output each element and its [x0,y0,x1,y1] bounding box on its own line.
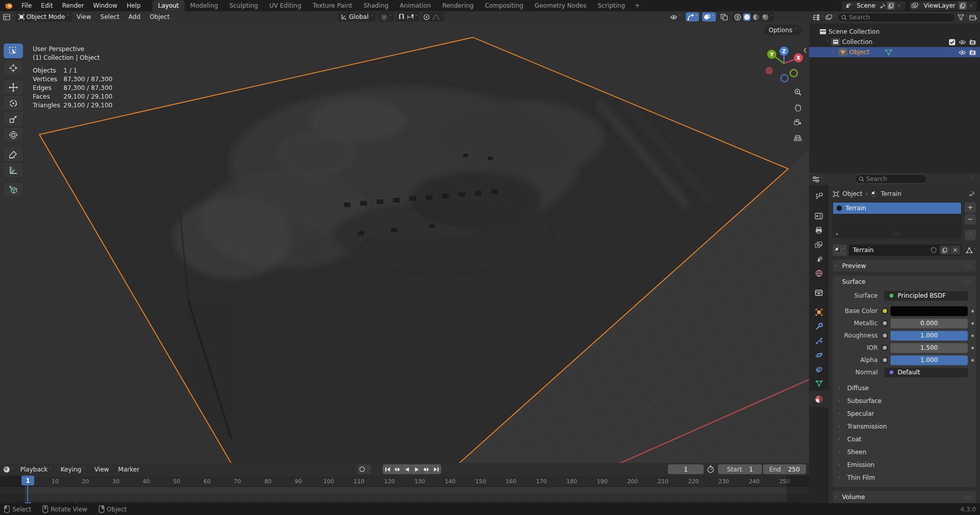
shading-rendered-button[interactable] [761,13,769,21]
tab-world[interactable] [809,266,829,280]
move-tool[interactable] [3,79,24,95]
subsection-header[interactable]: ˇ Subsurface [833,394,976,407]
annotate-tool[interactable] [3,146,24,162]
outliner-row-collection[interactable]: ˇ Collection [809,37,980,47]
zoom-button[interactable] [792,86,804,98]
properties-options-dropdown[interactable]: ˇ [972,177,977,182]
select-box-tool[interactable] [3,43,24,59]
new-viewlayer-button[interactable] [959,2,967,10]
topbar-menu-item[interactable]: Edit [36,0,57,11]
snap-target-dropdown[interactable]: ˇ [407,14,418,20]
delete-scene-button[interactable]: × [895,2,903,10]
tab-material[interactable] [809,391,829,407]
snap-toggle[interactable] [398,14,405,20]
outliner-editor-type-button[interactable]: ˇ [811,14,823,20]
subsection-header[interactable]: ˇ Sheen [833,445,976,458]
workspace-tab[interactable]: Animation [394,0,437,11]
topbar-menu-item[interactable]: Render [57,0,89,11]
shading-wireframe-button[interactable] [734,13,742,21]
workspace-tab[interactable]: Geometry Nodes [529,0,592,11]
options-dropdown[interactable]: Options ˇ [764,25,802,35]
breadcrumb-object[interactable]: Object [842,190,862,197]
copy-datablock-icon[interactable] [940,245,950,255]
slot-expand-icon[interactable]: ▸ [836,231,839,236]
disable-render-camera-icon[interactable] [969,50,976,55]
material-slot-row[interactable]: Terrain [833,203,961,214]
transform-orientation-dropdown[interactable]: Global ˇ [338,12,376,21]
visibility-dropdown[interactable]: ˇ [668,12,683,21]
frame-start-field[interactable]: Start1 [718,464,762,474]
outliner-search-input[interactable] [849,14,905,21]
outliner-search[interactable] [838,13,955,22]
mode-selector[interactable]: Object Mode ˇ [16,12,72,21]
jump-to-start-button[interactable] [383,464,393,474]
unlink-x-icon[interactable]: × [950,245,961,255]
delete-viewlayer-button[interactable]: × [967,2,975,10]
properties-search-input[interactable] [866,175,916,183]
rotate-tool[interactable] [3,95,24,111]
material-slot-list[interactable]: Terrain ▸ :::: [833,202,962,238]
toggle-perspective-button[interactable] [792,132,804,144]
remove-slot-button[interactable]: − [965,214,976,225]
hide-eye-icon[interactable] [959,50,966,55]
shading-dropdown[interactable]: ˇ [771,15,773,20]
current-frame-field[interactable]: 1 [668,464,704,474]
hide-eye-icon[interactable] [959,39,966,45]
new-collection-button[interactable] [969,14,978,21]
chevron-down-icon[interactable]: ˇ [367,467,369,472]
timeline-editor-type-button[interactable]: ˇ [0,466,16,473]
tab-particles[interactable] [809,333,829,348]
tab-physics[interactable] [809,348,829,362]
shading-material-button[interactable] [752,13,760,21]
decorator-dot[interactable] [971,334,974,337]
proportional-edit-toggle[interactable] [423,14,430,20]
tab-render[interactable] [809,209,829,223]
surface-panel-header[interactable]: ˇ Surface :::: [833,276,976,287]
scene-name[interactable]: Scene [857,2,876,9]
workspace-tab[interactable]: Layout [153,0,185,11]
outliner-row-object[interactable]: ˇ Object [809,47,980,57]
fake-user-shield-icon[interactable] [929,245,939,255]
navigation-gizmo[interactable]: Z Y X [765,45,806,86]
shading-solid-button[interactable] [743,13,751,21]
play-reverse-button[interactable] [402,464,412,474]
xray-toggle[interactable] [719,12,729,21]
topbar-menu-item[interactable]: Window [89,0,122,11]
add-menu[interactable]: Add [124,11,145,23]
workspace-tab[interactable]: Rendering [437,0,479,11]
next-keyframe-button[interactable] [422,464,431,474]
pin-icon[interactable] [879,2,887,10]
panel-grip[interactable]: :::: [963,263,972,268]
workspace-tab[interactable]: Texture Paint [307,0,358,11]
outliner-display-mode-button[interactable]: ˇ [825,14,836,20]
add-slot-button[interactable]: + [965,202,976,213]
decorator-dot[interactable] [971,347,974,349]
roughness-slider[interactable]: 1.000 [890,331,968,341]
alpha-slider[interactable]: 1.000 [890,355,968,365]
scale-tool[interactable] [3,111,24,127]
pan-hand-button[interactable] [792,101,804,114]
topbar-menu-item[interactable]: Help [122,0,145,11]
scene-selector[interactable]: ˇ Scene × [842,1,905,10]
cursor-tool[interactable] [3,60,24,76]
properties-editor-type-button[interactable]: ˇ [812,176,823,183]
falloff-dropdown[interactable]: ˇ [432,14,444,20]
material-name-field[interactable]: Terrain × [849,244,962,256]
playhead-line[interactable] [27,485,28,502]
browse-material-button[interactable]: ˇ [833,244,847,256]
checkbox-icon[interactable] [949,39,955,46]
auto-key-record-button[interactable] [359,466,365,473]
subsection-header[interactable]: ˇ Transmission [833,420,976,433]
playhead-current-frame[interactable]: 1 [21,476,34,485]
tab-view-layer[interactable] [809,237,829,252]
expand-chevron-icon[interactable]: ˇ [833,51,837,54]
jump-to-end-button[interactable] [431,464,441,474]
tab-scene[interactable] [809,252,829,266]
workspace-tab[interactable]: Shading [358,0,394,11]
workspace-tab[interactable]: UV Editing [264,0,307,11]
properties-search[interactable] [855,174,927,184]
timeline-track[interactable] [0,487,809,502]
normal-dropdown[interactable]: Default [884,368,968,377]
add-workspace-button[interactable]: + [630,2,644,9]
tab-object[interactable] [809,305,829,319]
